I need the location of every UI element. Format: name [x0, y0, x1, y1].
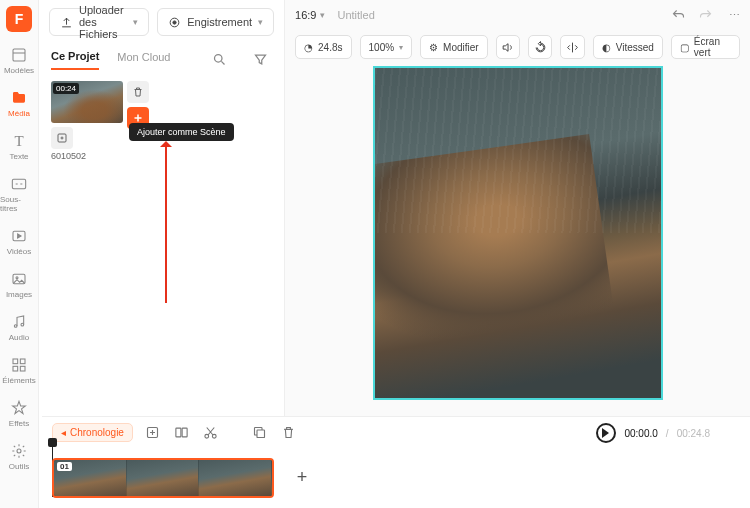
image-icon: [10, 270, 28, 288]
svg-point-6: [21, 323, 24, 326]
speed-button[interactable]: ◐Vitessed: [593, 35, 663, 59]
svg-point-5: [14, 325, 17, 328]
svg-rect-10: [20, 366, 25, 371]
clip-options-button[interactable]: [51, 127, 73, 149]
svg-rect-22: [257, 430, 265, 438]
filter-icon[interactable]: [249, 48, 272, 71]
chronology-toggle[interactable]: ◂Chronologie: [52, 423, 133, 442]
preview-panel: 16:9 ▾ Untitled ⋯ ◔24.8s 100%▾ ⚙Modifier…: [285, 0, 750, 416]
clip-index: 01: [57, 462, 72, 471]
clip-filename: 6010502: [51, 151, 123, 161]
svg-rect-19: [182, 428, 187, 437]
rail-item-images[interactable]: Images: [0, 266, 38, 303]
svg-rect-18: [176, 428, 181, 437]
preview-canvas[interactable]: [373, 66, 663, 400]
aspect-ratio-selector[interactable]: 16:9 ▾: [295, 9, 325, 21]
undo-button[interactable]: [671, 8, 686, 23]
project-title[interactable]: Untitled: [337, 9, 374, 21]
chevron-down-icon: ▾: [320, 10, 325, 20]
layers-icon: [10, 46, 28, 64]
upload-icon: [60, 16, 73, 29]
clip-duration-badge: 00:24: [53, 83, 79, 94]
add-scene-tooltip: Ajouter comme Scène: [129, 123, 234, 141]
record-label: Engistrement: [187, 16, 252, 28]
chevron-left-icon: ◂: [61, 427, 66, 438]
rotate-button[interactable]: [528, 35, 552, 59]
chevron-down-icon: ▾: [399, 43, 403, 52]
copy-button[interactable]: [250, 423, 269, 442]
delete-button[interactable]: [279, 423, 298, 442]
speed-icon: ◐: [602, 42, 611, 53]
svg-point-16: [61, 137, 63, 139]
upload-files-button[interactable]: Uploader des Fichiers ▾: [49, 8, 149, 36]
rail-label: Média: [8, 109, 30, 118]
rail-label: Images: [6, 290, 32, 299]
chevron-down-icon: ▾: [133, 17, 138, 27]
svg-point-14: [215, 55, 223, 63]
rail-label: Modèles: [4, 66, 34, 75]
rail-label: Vidéos: [7, 247, 31, 256]
rail-item-videos[interactable]: Vidéos: [0, 223, 38, 260]
record-button[interactable]: Engistrement ▾: [157, 8, 274, 36]
music-icon: [10, 313, 28, 331]
cc-icon: [10, 175, 28, 193]
flip-button[interactable]: [560, 35, 584, 59]
tab-my-cloud[interactable]: Mon Cloud: [117, 51, 170, 69]
rail-label: Outils: [9, 462, 29, 471]
search-icon[interactable]: [208, 48, 231, 71]
media-thumbnail[interactable]: 00:24 6010502: [51, 81, 123, 161]
chevron-down-icon: ▾: [258, 17, 263, 27]
grid-icon: [10, 356, 28, 374]
media-panel: Uploader des Fichiers ▾ Engistrement ▾ C…: [39, 0, 285, 416]
redo-button[interactable]: [698, 8, 713, 23]
time-total: 00:24.8: [677, 428, 710, 439]
text-icon: T: [10, 132, 28, 150]
gear-icon: [10, 442, 28, 460]
clock-icon: ◔: [304, 42, 313, 53]
rail-item-subtitles[interactable]: Sous-titres: [0, 171, 38, 217]
modify-button[interactable]: ⚙Modifier: [420, 35, 488, 59]
time-current: 00:00.0: [624, 428, 657, 439]
svg-rect-0: [13, 49, 25, 61]
svg-rect-9: [13, 366, 18, 371]
rail-item-templates[interactable]: Modèles: [0, 42, 38, 79]
svg-rect-7: [13, 359, 18, 364]
star-icon: [10, 399, 28, 417]
rail-item-effects[interactable]: Effets: [0, 395, 38, 432]
rail-item-text[interactable]: T Texte: [0, 128, 38, 165]
rail-item-media[interactable]: Média: [0, 85, 38, 122]
svg-point-11: [17, 449, 21, 453]
volume-button[interactable]: [496, 35, 520, 59]
delete-clip-button[interactable]: [127, 81, 149, 103]
svg-rect-1: [12, 179, 25, 188]
sliders-icon: ⚙: [429, 42, 438, 53]
record-icon: [168, 16, 181, 29]
more-icon[interactable]: ⋯: [725, 9, 740, 22]
add-track-button[interactable]: [143, 423, 162, 442]
greenscreen-button[interactable]: ▢Écran vert: [671, 35, 740, 59]
timeline-clip[interactable]: 01: [52, 458, 274, 498]
app-logo: F: [6, 6, 32, 32]
annotation-arrow: [165, 143, 167, 303]
svg-rect-8: [20, 359, 25, 364]
screen-icon: ▢: [680, 42, 689, 53]
left-rail: F Modèles Média T Texte Sous-titres Vidé…: [0, 0, 39, 508]
duration-pill[interactable]: ◔24.8s: [295, 35, 351, 59]
svg-rect-15: [58, 134, 66, 142]
tab-this-project[interactable]: Ce Projet: [51, 50, 99, 70]
zoom-pill[interactable]: 100%▾: [360, 35, 413, 59]
split-button[interactable]: [172, 423, 191, 442]
rail-label: Texte: [9, 152, 28, 161]
rail-item-tools[interactable]: Outils: [0, 438, 38, 475]
rail-item-audio[interactable]: Audio: [0, 309, 38, 346]
play-button[interactable]: [596, 423, 616, 443]
rail-label: Éléments: [2, 376, 35, 385]
time-separator: /: [666, 428, 669, 439]
svg-point-13: [173, 20, 176, 23]
timeline-panel: ◂Chronologie 00:00.0 / 00:24.8 01 +: [42, 416, 750, 508]
cut-button[interactable]: [201, 423, 220, 442]
svg-point-4: [16, 277, 18, 279]
rail-item-elements[interactable]: Éléments: [0, 352, 38, 389]
add-scene-slot[interactable]: +: [284, 460, 320, 496]
rail-label: Sous-titres: [0, 195, 38, 213]
